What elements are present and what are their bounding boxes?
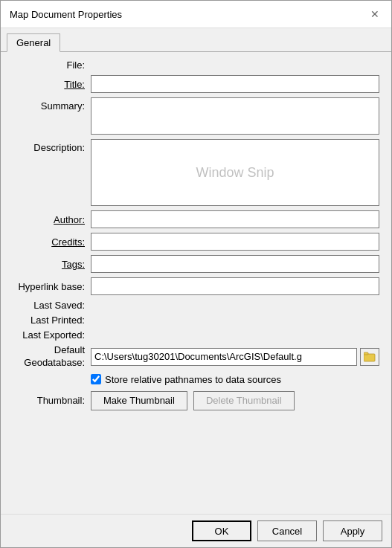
geodatabase-input[interactable] <box>91 348 357 366</box>
thumbnail-label: Thumbnail: <box>13 395 91 406</box>
svg-rect-0 <box>364 354 375 361</box>
last-exported-label: Last Exported: <box>13 329 91 341</box>
tags-label: Tags: <box>13 259 91 270</box>
hyperlink-row: Hyperlink base: <box>13 277 379 295</box>
last-printed-row: Last Printed: <box>13 315 379 326</box>
dialog-footer: OK Cancel Apply <box>1 514 391 547</box>
summary-label: Summary: <box>13 97 91 112</box>
description-input[interactable] <box>91 139 379 206</box>
credits-row: Credits: <box>13 233 379 251</box>
dialog-title: Map Document Properties <box>10 9 122 20</box>
credits-label: Credits: <box>13 236 91 248</box>
title-row: Title: <box>13 75 379 93</box>
pathnames-checkbox[interactable] <box>91 374 101 384</box>
geodatabase-input-wrap <box>91 348 379 366</box>
tab-general[interactable]: General <box>7 33 60 52</box>
pathnames-checkbox-label[interactable]: Store relative pathnames to data sources <box>105 374 281 385</box>
geodatabase-row: Default Geodatabase: <box>13 344 379 370</box>
file-label: File: <box>13 59 91 71</box>
svg-rect-1 <box>364 352 368 355</box>
file-row: File: <box>13 59 379 71</box>
geodatabase-label: Default Geodatabase: <box>13 344 91 370</box>
summary-input[interactable] <box>91 97 379 135</box>
close-button[interactable]: ✕ <box>367 7 382 22</box>
delete-thumbnail-button[interactable]: Delete Thumbnail <box>193 391 295 410</box>
pathnames-row: Store relative pathnames to data sources <box>13 374 379 385</box>
last-saved-label: Last Saved: <box>13 300 91 311</box>
title-bar: Map Document Properties ✕ <box>1 1 391 28</box>
description-label: Description: <box>13 139 91 153</box>
title-input[interactable] <box>91 75 379 93</box>
form-content: File: Title: Summary: Description: Windo… <box>1 52 391 514</box>
apply-button[interactable]: Apply <box>323 520 382 541</box>
make-thumbnail-button[interactable]: Make Thumbnail <box>91 391 187 410</box>
title-label: Title: <box>13 79 91 90</box>
last-saved-row: Last Saved: <box>13 300 379 311</box>
thumbnail-buttons: Make Thumbnail Delete Thumbnail <box>91 391 295 410</box>
hyperlink-label: Hyperlink base: <box>13 281 91 292</box>
tab-bar: General <box>1 28 391 52</box>
dialog: Map Document Properties ✕ General File: … <box>0 0 392 548</box>
author-input[interactable] <box>91 210 379 228</box>
description-row: Description: Window Snip <box>13 139 379 206</box>
last-exported-row: Last Exported: <box>13 329 379 341</box>
author-label: Author: <box>13 214 91 225</box>
cancel-button[interactable]: Cancel <box>257 520 317 541</box>
folder-icon <box>364 352 376 362</box>
credits-input[interactable] <box>91 233 379 251</box>
tags-input[interactable] <box>91 255 379 273</box>
thumbnail-row: Thumbnail: Make Thumbnail Delete Thumbna… <box>13 391 379 410</box>
hyperlink-input[interactable] <box>91 277 379 295</box>
last-printed-label: Last Printed: <box>13 315 91 326</box>
description-container: Window Snip <box>91 139 379 206</box>
ok-button[interactable]: OK <box>192 520 251 541</box>
summary-row: Summary: <box>13 97 379 135</box>
author-row: Author: <box>13 210 379 228</box>
tags-row: Tags: <box>13 255 379 273</box>
folder-browse-button[interactable] <box>360 348 379 366</box>
